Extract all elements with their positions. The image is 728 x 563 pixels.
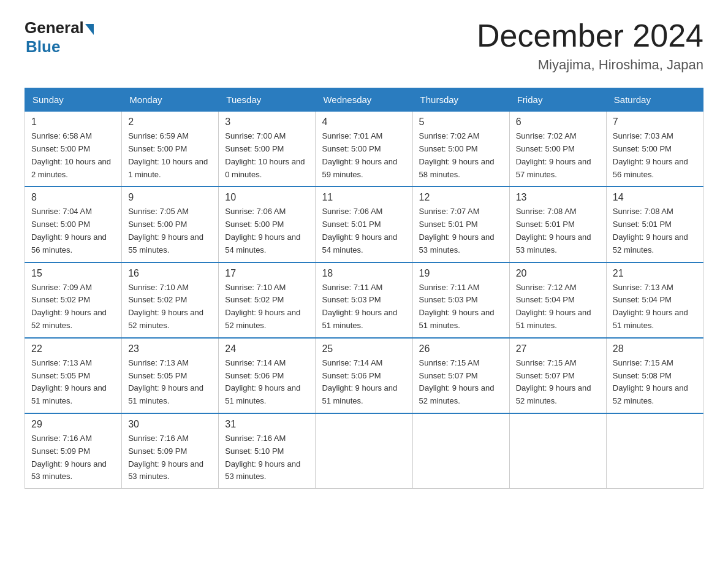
calendar-cell: 23 Sunrise: 7:13 AM Sunset: 5:05 PM Dayl… <box>122 338 219 413</box>
day-number: 18 <box>322 268 406 279</box>
calendar-cell: 29 Sunrise: 7:16 AM Sunset: 5:09 PM Dayl… <box>25 413 122 489</box>
sunset-text: Sunset: 5:00 PM <box>613 144 672 153</box>
calendar-table: SundayMondayTuesdayWednesdayThursdayFrid… <box>25 88 703 489</box>
sunset-text: Sunset: 5:00 PM <box>31 220 90 229</box>
calendar-cell: 2 Sunrise: 6:59 AM Sunset: 5:00 PM Dayli… <box>122 112 219 187</box>
calendar-cell: 20 Sunrise: 7:12 AM Sunset: 5:04 PM Dayl… <box>509 262 606 338</box>
daylight-text: Daylight: 9 hours and 59 minutes. <box>322 157 397 179</box>
sunset-text: Sunset: 5:04 PM <box>516 295 575 304</box>
day-number: 16 <box>128 268 212 279</box>
calendar-cell: 30 Sunrise: 7:16 AM Sunset: 5:09 PM Dayl… <box>122 413 219 489</box>
calendar-cell <box>606 413 703 489</box>
day-number: 9 <box>128 192 212 203</box>
sunrise-text: Sunrise: 7:09 AM <box>31 283 92 292</box>
calendar-cell: 6 Sunrise: 7:02 AM Sunset: 5:00 PM Dayli… <box>509 112 606 187</box>
day-info: Sunrise: 7:02 AM Sunset: 5:00 PM Dayligh… <box>516 130 600 181</box>
sunrise-text: Sunrise: 6:58 AM <box>31 131 92 140</box>
day-info: Sunrise: 7:12 AM Sunset: 5:04 PM Dayligh… <box>516 282 600 332</box>
sunset-text: Sunset: 5:02 PM <box>225 295 284 304</box>
day-info: Sunrise: 7:15 AM Sunset: 5:07 PM Dayligh… <box>516 357 600 408</box>
day-number: 27 <box>516 343 600 354</box>
sunset-text: Sunset: 5:03 PM <box>419 295 478 304</box>
logo-arrow-icon <box>85 24 94 35</box>
sunrise-text: Sunrise: 7:15 AM <box>613 358 673 367</box>
daylight-text: Daylight: 10 hours and 0 minutes. <box>225 157 305 179</box>
daylight-text: Daylight: 9 hours and 56 minutes. <box>31 232 107 255</box>
daylight-text: Daylight: 9 hours and 51 minutes. <box>419 308 495 330</box>
daylight-text: Daylight: 9 hours and 52 minutes. <box>613 383 688 405</box>
sunrise-text: Sunrise: 7:13 AM <box>31 358 92 367</box>
sunrise-text: Sunrise: 7:12 AM <box>516 283 577 292</box>
day-number: 8 <box>31 192 115 203</box>
sunset-text: Sunset: 5:01 PM <box>419 220 478 229</box>
calendar-cell: 16 Sunrise: 7:10 AM Sunset: 5:02 PM Dayl… <box>122 262 219 338</box>
sunset-text: Sunset: 5:04 PM <box>613 295 672 304</box>
sunrise-text: Sunrise: 7:16 AM <box>225 434 286 443</box>
sunrise-text: Sunrise: 7:02 AM <box>419 131 480 140</box>
weekday-header-row: SundayMondayTuesdayWednesdayThursdayFrid… <box>25 88 703 112</box>
sunset-text: Sunset: 5:00 PM <box>128 220 187 229</box>
day-info: Sunrise: 7:09 AM Sunset: 5:02 PM Dayligh… <box>31 282 115 332</box>
calendar-cell: 21 Sunrise: 7:13 AM Sunset: 5:04 PM Dayl… <box>606 262 703 338</box>
sunset-text: Sunset: 5:10 PM <box>225 446 284 456</box>
day-info: Sunrise: 7:13 AM Sunset: 5:05 PM Dayligh… <box>128 357 212 408</box>
sunrise-text: Sunrise: 6:59 AM <box>128 131 189 140</box>
weekday-header-sunday: Sunday <box>25 88 122 112</box>
daylight-text: Daylight: 9 hours and 53 minutes. <box>419 232 495 255</box>
sunrise-text: Sunrise: 7:11 AM <box>322 283 382 292</box>
day-info: Sunrise: 7:14 AM Sunset: 5:06 PM Dayligh… <box>322 357 406 408</box>
calendar-cell <box>412 413 509 489</box>
sunset-text: Sunset: 5:06 PM <box>225 371 284 380</box>
day-number: 31 <box>225 419 309 430</box>
calendar-cell: 31 Sunrise: 7:16 AM Sunset: 5:10 PM Dayl… <box>219 413 316 489</box>
day-number: 1 <box>31 117 115 128</box>
sunrise-text: Sunrise: 7:10 AM <box>225 283 286 292</box>
weekday-header-wednesday: Wednesday <box>316 88 412 112</box>
day-info: Sunrise: 7:13 AM Sunset: 5:04 PM Dayligh… <box>613 282 697 332</box>
day-info: Sunrise: 7:11 AM Sunset: 5:03 PM Dayligh… <box>419 282 503 332</box>
sunrise-text: Sunrise: 7:11 AM <box>419 283 480 292</box>
daylight-text: Daylight: 9 hours and 52 minutes. <box>613 232 688 255</box>
sunrise-text: Sunrise: 7:13 AM <box>128 358 189 367</box>
calendar-week-3: 15 Sunrise: 7:09 AM Sunset: 5:02 PM Dayl… <box>25 262 703 338</box>
calendar-cell: 15 Sunrise: 7:09 AM Sunset: 5:02 PM Dayl… <box>25 262 122 338</box>
calendar-cell: 28 Sunrise: 7:15 AM Sunset: 5:08 PM Dayl… <box>606 338 703 413</box>
daylight-text: Daylight: 9 hours and 53 minutes. <box>516 232 591 255</box>
weekday-header-thursday: Thursday <box>412 88 509 112</box>
day-info: Sunrise: 6:59 AM Sunset: 5:00 PM Dayligh… <box>128 130 212 181</box>
sunrise-text: Sunrise: 7:01 AM <box>322 131 382 140</box>
calendar-cell: 18 Sunrise: 7:11 AM Sunset: 5:03 PM Dayl… <box>316 262 412 338</box>
daylight-text: Daylight: 9 hours and 52 minutes. <box>419 383 495 405</box>
daylight-text: Daylight: 9 hours and 57 minutes. <box>516 157 591 179</box>
day-info: Sunrise: 7:02 AM Sunset: 5:00 PM Dayligh… <box>419 130 503 181</box>
day-number: 10 <box>225 192 309 203</box>
calendar-cell: 4 Sunrise: 7:01 AM Sunset: 5:00 PM Dayli… <box>316 112 412 187</box>
calendar-cell: 25 Sunrise: 7:14 AM Sunset: 5:06 PM Dayl… <box>316 338 412 413</box>
calendar-cell: 17 Sunrise: 7:10 AM Sunset: 5:02 PM Dayl… <box>219 262 316 338</box>
calendar-cell: 9 Sunrise: 7:05 AM Sunset: 5:00 PM Dayli… <box>122 186 219 262</box>
day-number: 19 <box>419 268 503 279</box>
weekday-header-saturday: Saturday <box>606 88 703 112</box>
day-info: Sunrise: 7:15 AM Sunset: 5:08 PM Dayligh… <box>613 357 697 408</box>
day-number: 26 <box>419 343 503 354</box>
month-title: December 2024 <box>477 18 703 53</box>
day-number: 7 <box>613 117 697 128</box>
sunrise-text: Sunrise: 7:00 AM <box>225 131 286 140</box>
sunset-text: Sunset: 5:00 PM <box>322 144 381 153</box>
day-info: Sunrise: 7:07 AM Sunset: 5:01 PM Dayligh… <box>419 205 503 256</box>
daylight-text: Daylight: 10 hours and 1 minute. <box>128 157 208 179</box>
day-info: Sunrise: 7:08 AM Sunset: 5:01 PM Dayligh… <box>516 205 600 256</box>
calendar-cell: 12 Sunrise: 7:07 AM Sunset: 5:01 PM Dayl… <box>412 186 509 262</box>
day-number: 4 <box>322 117 406 128</box>
daylight-text: Daylight: 9 hours and 53 minutes. <box>225 459 300 481</box>
day-number: 14 <box>613 192 697 203</box>
daylight-text: Daylight: 9 hours and 51 minutes. <box>613 308 688 330</box>
day-info: Sunrise: 7:13 AM Sunset: 5:05 PM Dayligh… <box>31 357 115 408</box>
calendar-cell: 11 Sunrise: 7:06 AM Sunset: 5:01 PM Dayl… <box>316 186 412 262</box>
sunrise-text: Sunrise: 7:15 AM <box>516 358 577 367</box>
daylight-text: Daylight: 9 hours and 51 minutes. <box>31 383 107 405</box>
calendar-cell: 5 Sunrise: 7:02 AM Sunset: 5:00 PM Dayli… <box>412 112 509 187</box>
day-info: Sunrise: 7:15 AM Sunset: 5:07 PM Dayligh… <box>419 357 503 408</box>
day-info: Sunrise: 7:08 AM Sunset: 5:01 PM Dayligh… <box>613 205 697 256</box>
day-number: 24 <box>225 343 309 354</box>
